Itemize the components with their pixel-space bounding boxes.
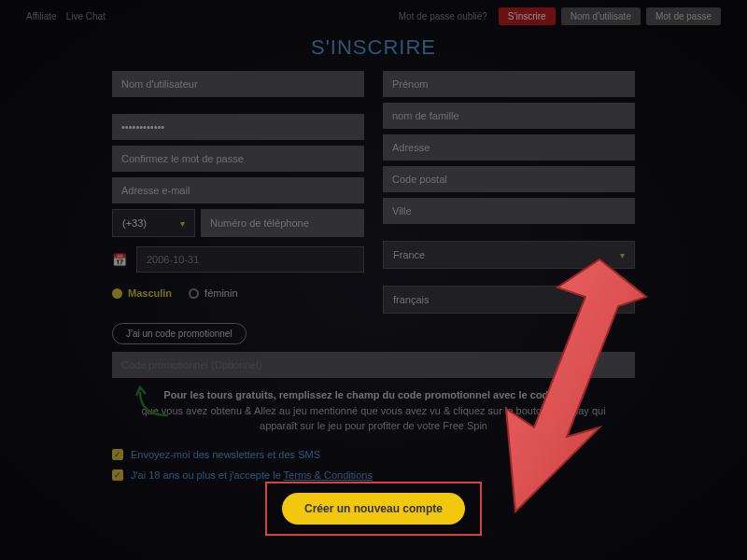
chevron-down-icon: ▾: [180, 218, 185, 229]
age-label: J'ai 18 ans ou plus et j'accepte le Term…: [131, 469, 373, 481]
confirm-password-input[interactable]: [112, 146, 364, 172]
create-account-button[interactable]: Créer un nouveau compte: [282, 493, 465, 525]
language-select[interactable]: français ▾: [383, 286, 635, 314]
forgot-password-link[interactable]: Mot de passe oublié?: [399, 11, 487, 21]
terms-link[interactable]: Terms & Conditions: [284, 469, 373, 481]
submit-highlight-box: Créer un nouveau compte: [265, 482, 482, 536]
password-top-button[interactable]: Mot de passe: [646, 7, 721, 25]
age-checkbox[interactable]: ✓: [112, 469, 123, 481]
newsletter-label: Envoyez-moi des newsletters et des SMS: [131, 449, 320, 460]
address-input[interactable]: [383, 134, 635, 161]
username-top-button[interactable]: Nom d'utilisate: [561, 7, 641, 25]
gender-male-radio[interactable]: Masculin: [112, 287, 172, 299]
gender-female-label: féminin: [204, 287, 237, 299]
calendar-icon: 📅: [112, 253, 127, 267]
signup-button[interactable]: S'inscrire: [499, 7, 556, 25]
language-value: français: [393, 294, 430, 305]
phone-input[interactable]: [201, 209, 364, 237]
radio-icon: [112, 288, 122, 299]
city-input[interactable]: [383, 198, 635, 224]
promo-instructions-text: Pour les tours gratuits, remplissez le c…: [112, 387, 635, 434]
curved-arrow-icon: [131, 383, 177, 420]
newsletter-checkbox[interactable]: ✓: [112, 449, 123, 460]
lastname-input[interactable]: [383, 103, 635, 129]
chevron-down-icon: ▾: [620, 250, 625, 260]
promo-code-input[interactable]: [112, 352, 635, 378]
radio-icon: [189, 288, 199, 299]
dial-code-select[interactable]: (+33) ▾: [112, 209, 195, 237]
firstname-input[interactable]: [383, 71, 635, 97]
country-value: France: [393, 249, 425, 260]
dial-code-value: (+33): [122, 217, 147, 229]
password-input[interactable]: [112, 114, 364, 140]
username-input[interactable]: [112, 71, 364, 97]
affiliate-link[interactable]: Affiliate: [26, 11, 57, 21]
gender-female-radio[interactable]: féminin: [189, 287, 237, 299]
page-title: S'INSCRIRE: [0, 35, 747, 60]
country-select[interactable]: France ▾: [383, 241, 635, 269]
postal-input[interactable]: [383, 166, 635, 192]
email-input[interactable]: [112, 177, 364, 203]
birthdate-input[interactable]: [136, 246, 364, 273]
promo-toggle-button[interactable]: J'ai un code promotionnel: [112, 323, 247, 344]
chevron-down-icon: ▾: [620, 295, 625, 305]
gender-male-label: Masculin: [128, 287, 172, 299]
livechat-link[interactable]: Live Chat: [66, 11, 106, 21]
